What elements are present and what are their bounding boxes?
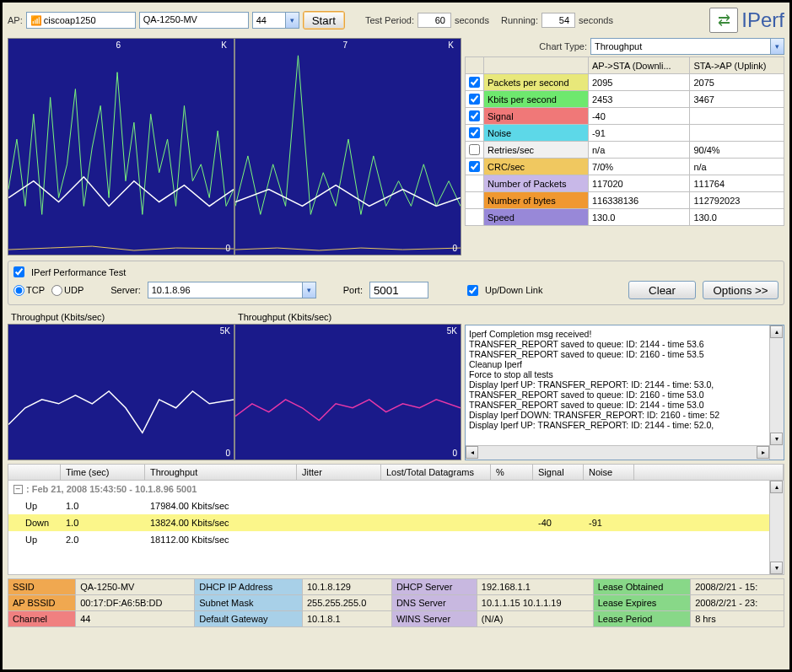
metric-label: Packets per second [484,74,589,91]
info-value: 10.1.8.129 [302,579,391,595]
result-row[interactable]: Down 1.0 13824.00 Kbits/sec -40 -91 [8,514,784,531]
scroll-up-icon[interactable]: ▴ [770,481,783,493]
tp-label-2: Throughput (Kbits/sec) [234,310,461,324]
scroll-right-icon[interactable]: ▸ [757,446,769,459]
info-label: WINS Server [391,611,477,627]
log-line: Display Iperf UP: TRANSFER_REPORT: ID: 2… [469,420,780,430]
result-dir: Up [8,499,61,513]
metric-value: 112792023 [690,192,784,209]
result-row[interactable]: Up 2.0 18112.00 Kbits/sec [8,531,784,548]
channel-value: 44 [253,15,285,25]
metrics-table: AP->STA (Downli...STA->AP (Uplink) Packe… [465,56,784,226]
result-tp: 17984.00 Kbits/sec [145,499,297,513]
metric-value: -91 [588,125,689,142]
scroll-down-icon[interactable]: ▾ [770,562,783,574]
radio-udp[interactable] [51,285,62,296]
log-line: Force to stop all tests [469,369,780,379]
result-tp: 18112.00 Kbits/sec [145,533,297,546]
chk-updown[interactable] [467,285,478,296]
chk-retries[interactable] [469,144,480,155]
col-lost[interactable]: Lost/Total Datagrams [381,465,491,480]
iperf-test-label: IPerf Performance Test [31,267,126,277]
chart1-min: 0 [225,244,230,253]
port-field[interactable] [369,282,428,298]
info-value: 10.1.1.15 10.1.1.19 [477,595,593,611]
ap-label: AP: [8,15,23,25]
log-line: TRANSFER_REPORT saved to queue: ID: 2160… [469,349,780,359]
col-blank[interactable] [8,465,61,480]
col-throughput[interactable]: Throughput [145,465,297,480]
info-label: DNS Server [391,595,477,611]
connection-info-table: SSID QA-1250-MV DHCP IP Address 10.1.8.1… [8,578,784,627]
scroll-left-icon[interactable]: ◂ [466,446,478,459]
col-noise[interactable]: Noise [584,465,634,480]
log-line: TRANSFER_REPORT saved to queue: ID: 2144… [469,400,780,410]
chk-signal[interactable] [469,110,480,121]
clear-button[interactable]: Clear [628,281,696,299]
metric-value: n/a [588,142,689,159]
server-value: 10.1.8.96 [148,285,302,295]
chk-noise[interactable] [469,127,480,138]
ap-name-value: ciscoap1250 [44,15,96,25]
downlink-chart: 6K 0 [8,38,234,255]
col-uplink: STA->AP (Uplink) [690,57,784,74]
log-line: TRANSFER_REPORT saved to queue: ID: 2160… [469,390,780,400]
tp2-min: 0 [452,449,457,458]
metric-value: 111764 [690,175,784,192]
col-blank2[interactable] [634,465,784,480]
channel-combo[interactable]: 44 ▾ [252,12,299,29]
options-button[interactable]: Options >> [703,281,779,299]
chart1-unit: K [221,40,227,50]
col-pct[interactable]: % [491,465,533,480]
log-line: Iperf Completion msg received! [469,329,780,339]
collapse-icon[interactable]: − [13,485,23,494]
tp-label-1: Throughput (Kbits/sec) [8,310,234,324]
info-label: SSID [8,579,76,595]
metric-label: Kbits per second [484,91,589,108]
metric-value [690,108,784,125]
session-header: : Feb 21, 2008 15:43:50 - 10.1.8.96 5001 [26,484,197,494]
info-label: Lease Obtained [593,579,691,595]
chevron-down-icon[interactable]: ▾ [302,282,315,298]
col-downlink: AP->STA (Downli... [588,57,689,74]
metric-value: 2095 [588,74,689,91]
log-line: Display Iperf DOWN: TRANSFER_REPORT: ID:… [469,410,780,420]
port-label: Port: [343,285,363,295]
chevron-down-icon[interactable]: ▾ [285,13,299,28]
col-jitter[interactable]: Jitter [297,465,381,480]
log-textarea[interactable]: Iperf Completion msg received! TRANSFER_… [465,325,784,460]
info-label: DHCP IP Address [195,579,303,595]
result-dir: Down [8,516,61,530]
start-button[interactable]: Start [303,11,345,30]
results-columns: Time (sec) Throughput Jitter Lost/Total … [8,464,784,481]
metric-value: 90/4% [690,142,784,159]
scroll-down-icon[interactable]: ▾ [770,433,783,445]
metric-value: 2453 [588,91,689,108]
chart-type-combo[interactable]: Throughput ▾ [590,38,784,55]
chk-kbps[interactable] [469,94,480,105]
scroll-up-icon[interactable]: ▴ [770,325,783,338]
info-label: Channel [8,611,76,627]
result-row[interactable]: Up 1.0 17984.00 Kbits/sec [8,497,784,514]
col-signal[interactable]: Signal [533,465,584,480]
iperf-icon: ⇄ [709,8,738,33]
chart2-unit: K [448,40,454,50]
info-label: Lease Expires [593,595,691,611]
ap-name-field[interactable]: 📶 ciscoap1250 [26,12,136,29]
metric-label: Signal [484,108,589,125]
metric-value: n/a [690,159,784,175]
chk-crc[interactable] [469,161,480,172]
info-label: Lease Period [593,611,691,627]
chevron-down-icon[interactable]: ▾ [770,39,784,54]
server-combo[interactable]: 10.1.8.96 ▾ [148,282,316,298]
radio-tcp[interactable] [13,285,24,296]
info-label: DHCP Server [391,579,477,595]
chk-pps[interactable] [469,77,480,88]
chk-iperf-test[interactable] [13,266,24,277]
ap-ssid-field[interactable]: QA-1250-MV [139,12,249,29]
tp1-min: 0 [225,449,230,458]
col-time[interactable]: Time (sec) [61,465,145,480]
results-list[interactable]: − : Feb 21, 2008 15:43:50 - 10.1.8.96 50… [8,481,784,575]
test-period-field[interactable]: 60 [418,13,451,28]
result-time: 2.0 [61,533,145,546]
